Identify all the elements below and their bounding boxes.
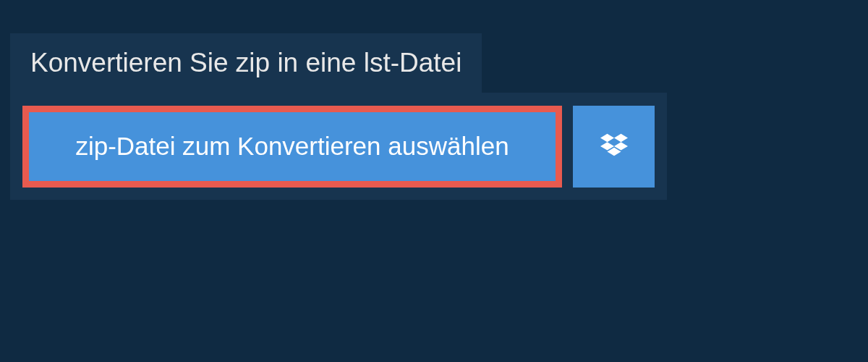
upload-bar: zip-Datei zum Konvertieren auswählen	[10, 93, 667, 200]
choose-file-button[interactable]: zip-Datei zum Konvertieren auswählen	[22, 106, 562, 188]
dropbox-icon	[600, 131, 628, 161]
dropbox-button[interactable]	[573, 106, 655, 188]
choose-file-label: zip-Datei zum Konvertieren auswählen	[75, 132, 509, 161]
page-heading-bar: Konvertieren Sie zip in eine lst-Datei	[10, 33, 482, 93]
page-title: Konvertieren Sie zip in eine lst-Datei	[30, 48, 461, 78]
